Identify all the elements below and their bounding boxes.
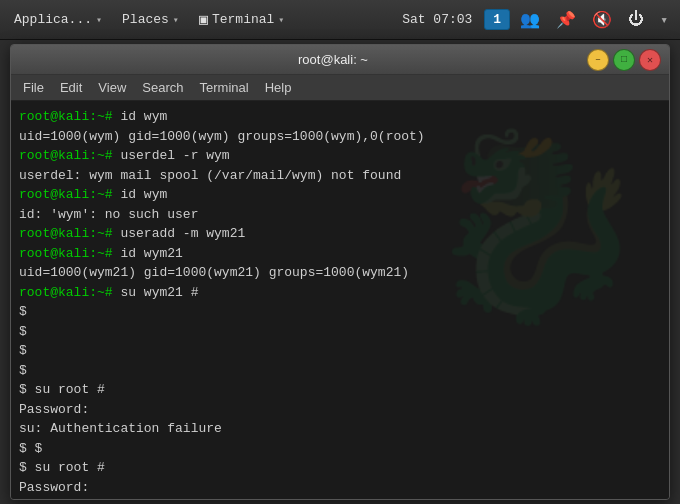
power-icon[interactable]: ⏻ [622,6,650,33]
menu-bar: File Edit View Search Terminal Help [11,75,669,101]
menu-terminal[interactable]: Terminal [192,77,257,98]
term-line: root@kali:~# su wym21 # [19,283,661,303]
speaker-icon[interactable]: 🔇 [586,6,618,34]
term-line: root@kali:~# id wym [19,185,661,205]
people-icon[interactable]: 👥 [514,6,546,34]
window-controls: – □ ✕ [587,49,661,71]
term-line: root@kali:~# userdel -r wym [19,146,661,166]
term-line: uid=1000(wym21) gid=1000(wym21) groups=1… [19,263,661,283]
places-label: Places [122,12,169,27]
close-button[interactable]: ✕ [639,49,661,71]
workspace-number[interactable]: 1 [484,9,510,30]
clock: Sat 07:03 [394,12,480,27]
applications-chevron: ▾ [96,14,102,26]
menu-edit[interactable]: Edit [52,77,90,98]
system-tray-chevron[interactable]: ▾ [654,8,674,32]
title-bar: root@kali: ~ – □ ✕ [11,45,669,75]
applications-menu[interactable]: Applica... ▾ [6,8,110,31]
term-line: su: Authentication failure [19,419,661,439]
menu-search[interactable]: Search [134,77,191,98]
places-chevron: ▾ [173,14,179,26]
terminal-window: root@kali: ~ – □ ✕ File Edit View Search… [10,44,670,500]
term-line: root@kali:~# id wym21 [19,244,661,264]
terminal-chevron: ▾ [278,14,284,26]
minimize-button[interactable]: – [587,49,609,71]
term-line: $ [19,322,661,342]
places-menu[interactable]: Places ▾ [114,8,187,31]
terminal-body[interactable]: 🐉 root@kali:~# id wym uid=1000(wym) gid=… [11,101,669,499]
menu-file[interactable]: File [15,77,52,98]
term-line: Password: [19,478,661,498]
term-line: id: 'wym': no such user [19,205,661,225]
term-line: uid=1000(wym) gid=1000(wym) groups=1000(… [19,127,661,147]
terminal-label: Terminal [212,12,274,27]
window-title: root@kali: ~ [298,52,368,67]
term-line: $ [19,302,661,322]
terminal-icon-small: ▣ [199,10,208,29]
term-line: $ $ [19,439,661,459]
maximize-button[interactable]: □ [613,49,635,71]
term-line-cursor: root@kali:~# [19,497,661,499]
term-line: Password: [19,400,661,420]
term-line: userdel: wym mail spool (/var/mail/wym) … [19,166,661,186]
terminal-menu[interactable]: ▣ Terminal ▾ [191,6,292,33]
term-line: $ [19,361,661,381]
term-line: $ [19,341,661,361]
menu-view[interactable]: View [90,77,134,98]
term-line: $ su root # [19,380,661,400]
applications-label: Applica... [14,12,92,27]
term-line: $ su root # [19,458,661,478]
menu-help[interactable]: Help [257,77,300,98]
taskbar: Applica... ▾ Places ▾ ▣ Terminal ▾ Sat 0… [0,0,680,40]
term-line: root@kali:~# useradd -m wym21 [19,224,661,244]
term-line: root@kali:~# id wym [19,107,661,127]
pin-icon[interactable]: 📌 [550,6,582,34]
